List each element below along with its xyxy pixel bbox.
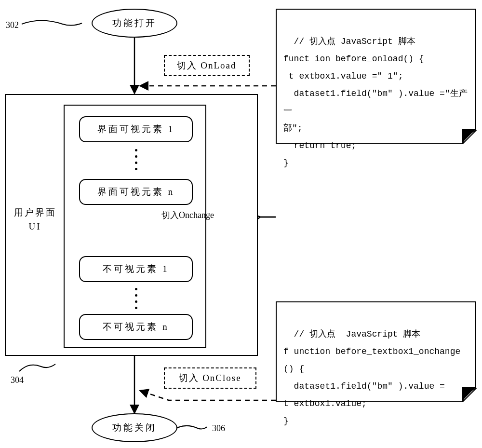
visible-element-1: 界面可视元素 1 [79,116,193,142]
script-onchange-code: // 切入点 JavaScript 脚本 f unction before_te… [283,329,460,426]
start-node-label: 功能打开 [112,17,157,29]
ui-inner-panel: 界面可视元素 1 界面可视元素 n 不可视元素 1 不可视元素 n [64,105,206,348]
onchange-label: 切入Onchange [161,209,214,221]
ui-container: 用户界面 UI 界面可视元素 1 界面可视元素 n 不可视元素 1 不可视元素 … [5,94,258,356]
page-fold-icon [462,388,477,402]
ui-label-text: 用户界面 UI [14,207,56,231]
ref-304-label: 304 [11,375,24,385]
ref-306-label: 306 [212,423,225,434]
invisible-element-1: 不可视元素 1 [79,256,193,282]
hook-onload-box: 切入 OnLoad [164,55,250,76]
invisible-element-1-label: 不可视元素 1 [103,263,169,275]
ref-302-label: 302 [6,20,19,30]
visible-element-n: 界面可视元素 n [79,179,193,205]
page-fold-icon [462,130,477,144]
invisible-element-n: 不可视元素 n [79,314,193,340]
invisible-element-n-label: 不可视元素 n [103,321,169,333]
hook-onclose-label: 切入 OnClose [179,372,241,384]
ui-label: 用户界面 UI [10,206,60,233]
vdots-1 [134,149,137,170]
visible-element-n-label: 界面可视元素 n [97,186,174,198]
hook-onload-label: 切入 OnLoad [177,59,236,72]
visible-element-1-label: 界面可视元素 1 [97,123,174,136]
end-node: 功能关闭 [92,413,177,442]
vdots-2 [134,288,137,309]
script-onload-code: // 切入点 JavaScript 脚本 funct ion before_on… [283,37,468,168]
script-onload-note: // 切入点 JavaScript 脚本 funct ion before_on… [276,9,476,144]
start-node: 功能打开 [92,9,177,38]
end-node-label: 功能关闭 [112,421,157,434]
script-onchange-note: // 切入点 JavaScript 脚本 f unction before_te… [276,301,476,402]
hook-onclose-box: 切入 OnClose [164,367,256,389]
